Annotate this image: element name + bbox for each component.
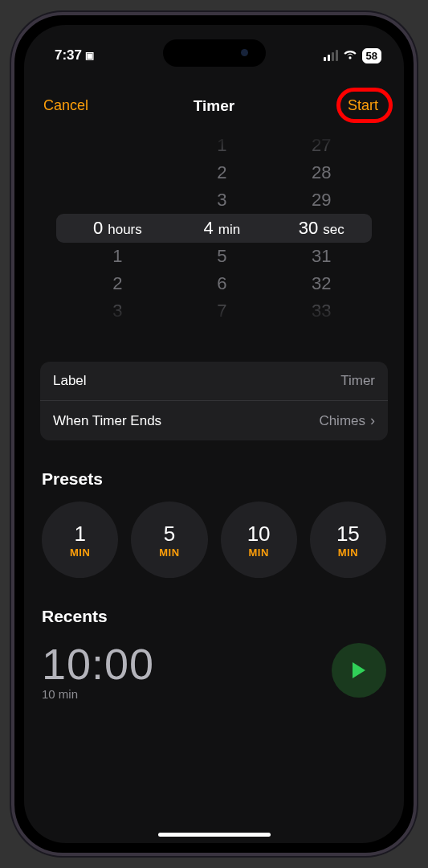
play-button[interactable] — [332, 643, 386, 698]
preset-button[interactable]: 1 MIN — [42, 502, 118, 578]
dynamic-island — [163, 39, 266, 67]
start-button[interactable]: Start — [341, 94, 385, 117]
low-power-icon: ▣ — [85, 50, 94, 61]
hours-unit: hours — [108, 222, 142, 238]
ends-value: Chimes — [319, 413, 365, 429]
picker-selection-band: 0 hours 4 min 30 sec — [56, 214, 372, 243]
label-key: Label — [53, 373, 87, 389]
preset-button[interactable]: 15 MIN — [310, 502, 386, 578]
presets-row: 1 MIN 5 MIN 10 MIN 15 MIN — [24, 502, 404, 578]
time-picker[interactable]: - 1 2 3 1 2 3 - 5 6 7 27 28 29 — [24, 132, 404, 325]
seconds-value: 30 — [292, 218, 318, 239]
home-indicator[interactable] — [158, 833, 271, 837]
label-value: Timer — [340, 373, 375, 389]
recent-time: 10:00 — [42, 639, 154, 689]
settings-list: Label Timer When Timer Ends Chimes › — [40, 362, 388, 440]
wifi-icon — [343, 48, 357, 63]
ends-key: When Timer Ends — [53, 413, 161, 429]
page-title: Timer — [194, 97, 234, 115]
recents-title: Recents — [42, 607, 386, 626]
play-icon — [350, 661, 368, 680]
when-timer-ends-row[interactable]: When Timer Ends Chimes › — [40, 400, 388, 440]
seconds-unit: sec — [323, 222, 344, 238]
battery-icon: 58 — [362, 48, 381, 63]
screen: 7:37 ▣ 58 Cancel Timer Start — [24, 25, 404, 843]
preset-button[interactable]: 5 MIN — [131, 502, 207, 578]
recent-item[interactable]: 10:00 10 min — [42, 639, 386, 701]
status-time: 7:37 — [55, 47, 82, 63]
cell-signal-icon — [324, 50, 338, 61]
label-row[interactable]: Label Timer — [40, 362, 388, 400]
preset-button[interactable]: 10 MIN — [221, 502, 297, 578]
recent-sub: 10 min — [42, 687, 154, 701]
minutes-value: 4 — [188, 218, 214, 239]
chevron-right-icon: › — [370, 412, 375, 429]
phone-frame: 7:37 ▣ 58 Cancel Timer Start — [11, 12, 417, 856]
modal-header: Cancel Timer Start — [24, 72, 404, 129]
recents-list: 10:00 10 min — [24, 639, 404, 701]
hours-value: 0 — [77, 218, 103, 239]
cancel-button[interactable]: Cancel — [43, 97, 88, 114]
minutes-unit: min — [218, 222, 240, 238]
presets-title: Presets — [42, 469, 386, 489]
